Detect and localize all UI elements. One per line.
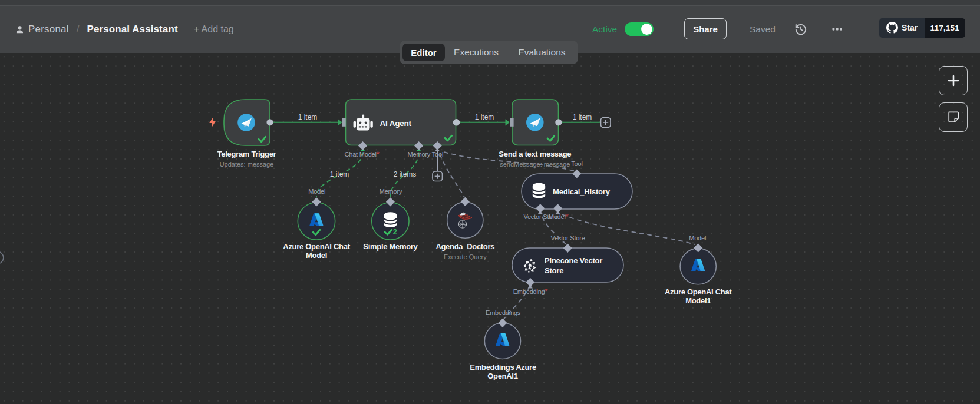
svg-text:Memory: Memory (380, 188, 402, 195)
svg-text:Chat Model*: Chat Model* (345, 150, 380, 158)
svg-text:Embeddings: Embeddings (486, 309, 521, 316)
svg-text:Medical_History: Medical_History (553, 187, 611, 196)
svg-text:Model*: Model* (549, 213, 569, 221)
svg-text:Memory: Memory (408, 151, 431, 158)
svg-text:sendMessage: message: sendMessage: message (500, 161, 570, 168)
svg-text:Embedding*: Embedding* (513, 287, 548, 296)
svg-text:Tool: Tool (571, 160, 582, 167)
svg-text:Tool: Tool (432, 151, 443, 158)
svg-text:Azure OpenAI Chat: Azure OpenAI Chat (665, 287, 732, 296)
svg-text:OpenAI1: OpenAI1 (487, 372, 517, 380)
svg-text:Embeddings Azure: Embeddings Azure (470, 363, 536, 372)
svg-text:Send a text message: Send a text message (499, 150, 571, 158)
svg-text:Updates: message: Updates: message (220, 161, 274, 168)
svg-text:1 item: 1 item (475, 113, 494, 121)
svg-text:Model1: Model1 (685, 296, 711, 305)
svg-text:Simple Memory: Simple Memory (363, 242, 418, 251)
svg-text:Store: Store (545, 266, 563, 275)
svg-text:Model: Model (689, 234, 706, 241)
svg-text:Vector Store: Vector Store (550, 234, 585, 241)
svg-text:Pinecone Vector: Pinecone Vector (545, 256, 602, 265)
svg-text:Model: Model (308, 188, 325, 195)
svg-text:Agenda_Doctors: Agenda_Doctors (435, 242, 494, 251)
svg-text:Model: Model (306, 251, 327, 260)
svg-text:2: 2 (393, 227, 397, 236)
svg-text:Telegram Trigger: Telegram Trigger (217, 150, 276, 158)
svg-text:Execute Query: Execute Query (444, 253, 487, 260)
svg-text:1 item: 1 item (298, 113, 318, 121)
svg-text:AI Agent: AI Agent (380, 119, 412, 128)
svg-text:1 item: 1 item (573, 113, 592, 121)
svg-text:1 item: 1 item (330, 170, 349, 178)
svg-text:Azure OpenAI Chat: Azure OpenAI Chat (283, 242, 350, 251)
svg-text:2 items: 2 items (394, 170, 417, 178)
